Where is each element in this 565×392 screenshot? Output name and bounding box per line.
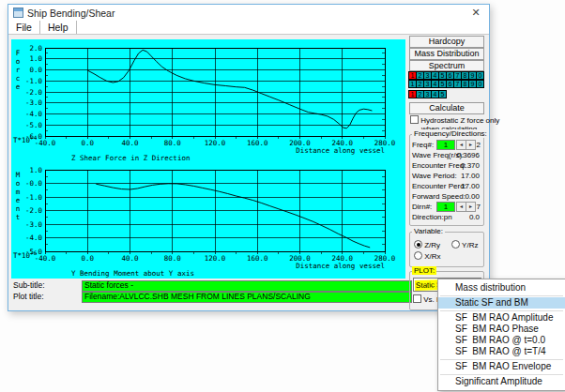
plot-title-field[interactable]: Filename:ALVLCC.SHB MESH FROM LINES PLAN… <box>82 292 412 303</box>
radio-x-rx[interactable]: X/Rx <box>414 251 441 261</box>
title-bar[interactable]: Ship Bending/Shear ✕ <box>8 5 489 21</box>
svg-text:40.0: 40.0 <box>121 139 139 147</box>
wave-period-row: Wave Period: 17.00 <box>412 172 481 181</box>
radio-z-ry-dot <box>414 240 422 249</box>
freq-number-label: Freq#: <box>412 141 434 149</box>
spectrum-row2-cell-10[interactable]: 0 <box>476 80 484 88</box>
spectrum-row-2: 1234567890 <box>409 80 484 88</box>
structure-cells: 12345 <box>409 90 447 98</box>
menu-separator <box>438 372 565 376</box>
svg-text:-3.0: -3.0 <box>25 98 43 107</box>
spectrum-row-1: 1234567890 <box>409 71 484 80</box>
svg-text:-1.0: -1.0 <box>25 77 43 85</box>
encounter-freq-value: 0.370 <box>461 161 480 170</box>
svg-text:o: o <box>16 179 21 188</box>
freq-number-row: Freq#: 1 ◄ ► 2 <box>412 141 481 150</box>
menu-item-significant-amplitude[interactable]: Significant Amplitude <box>438 376 565 387</box>
svg-text:-2.0: -2.0 <box>25 206 43 215</box>
svg-text:t: t <box>16 213 21 221</box>
plot-type-menu: Mass distributionStatic SF and BMSF BM R… <box>437 279 565 391</box>
svg-text:160.0: 160.0 <box>247 139 268 147</box>
svg-text:Z Shear Force in Z Direction: Z Shear Force in Z Direction <box>71 154 190 162</box>
svg-text:-2.0: -2.0 <box>25 88 43 97</box>
wave-freq-row: Wave Freq(r/s): 0.3696 <box>412 151 481 160</box>
hydrostatic-checkbox[interactable] <box>410 115 419 124</box>
svg-text:80.0: 80.0 <box>164 254 182 263</box>
plot-area: 2.01.00.0-1.0-2.0-3.0-4.0-5.0-6.0-40.00.… <box>11 39 405 279</box>
svg-text:0.0: 0.0 <box>29 66 42 74</box>
svg-text:2.0: 2.0 <box>29 44 42 53</box>
svg-text:c: c <box>16 74 21 83</box>
svg-text:-40.0: -40.0 <box>35 254 56 263</box>
menu-item-sf-bm-rao-envelope[interactable]: SF BM RAO Envelope <box>438 361 565 372</box>
menu-item-sf-bm-rao-t-t-4[interactable]: SF BM RAO @ t=T/4 <box>438 346 565 357</box>
menu-item-static-sf-and-bm[interactable]: Static SF and BM <box>438 297 565 309</box>
svg-text:-1.0: -1.0 <box>25 193 43 202</box>
radio-z-ry[interactable]: Z/Ry <box>414 240 440 249</box>
spectrum-row1-cell-10[interactable]: 0 <box>476 71 484 80</box>
window-title: Ship Bending/Shear <box>27 8 115 19</box>
variable-group: Variable: Z/Ry Y/Rz X/Rx <box>409 232 484 267</box>
radio-y-rz-dot <box>451 240 460 249</box>
radio-y-rz-label: Y/Rz <box>462 241 478 249</box>
svg-text:m: m <box>16 188 21 196</box>
wave-period-label: Wave Period: <box>412 172 457 180</box>
calculate-button[interactable]: Calculate <box>409 102 484 114</box>
hydrostatic-checkbox-row[interactable]: Hydrostatic Z force only <box>410 115 499 125</box>
direction-number-value: 1 <box>436 202 455 212</box>
direction-label: Direction:pn <box>412 213 452 221</box>
svg-text:o: o <box>16 57 21 66</box>
screen: Ship Bending/Shear ✕ File Help 2.01.00.0… <box>0 0 565 392</box>
svg-text:0.0: 0.0 <box>81 139 94 147</box>
menu-help[interactable]: Help <box>40 21 77 34</box>
hardcopy-button[interactable]: Hardcopy <box>409 36 484 48</box>
close-icon[interactable]: ✕ <box>463 7 489 19</box>
menu-item-sf-bm-rao-t-0-0[interactable]: SF BM RAO @ t=0.0 <box>438 335 565 346</box>
svg-text:e: e <box>16 83 21 91</box>
svg-text:80.0: 80.0 <box>164 139 182 147</box>
menu-separator <box>438 357 565 361</box>
encounter-freq-row: Encounter Freq: 0.370 <box>412 161 481 171</box>
subtitle-field[interactable]: Static forces - <box>82 280 412 292</box>
menu-item-sf-bm-rao-amplitude[interactable]: SF BM RAO Amplitude <box>438 312 565 324</box>
variable-group-title: Variable: <box>412 227 445 235</box>
structure-cell-5[interactable]: 5 <box>438 90 447 98</box>
menu-bar: File Help <box>8 21 489 35</box>
forward-speed-row: Forward Speed: 0.00 <box>412 192 481 202</box>
radio-y-rz[interactable]: Y/Rz <box>451 240 478 249</box>
svg-text:-0.0: -0.0 <box>25 179 43 188</box>
menu-item-mass-distribution[interactable]: Mass distribution <box>438 282 565 294</box>
subtitle-label: Sub-title: <box>13 280 45 290</box>
encounter-period-row: Encounter Perd: 17.00 <box>412 182 481 191</box>
spectrum-button[interactable]: Spectrum <box>409 60 484 71</box>
menu-item-sf-bm-rao-phase[interactable]: SF BM RAO Phase <box>438 324 565 335</box>
svg-text:-5.0: -5.0 <box>25 121 43 129</box>
wave-period-value: 17.00 <box>461 172 480 180</box>
svg-text:Distance along vessel: Distance along vessel <box>296 262 385 270</box>
radio-z-ry-label: Z/Ry <box>424 241 440 249</box>
subtitle-row: Sub-title: Static forces - <box>11 280 410 290</box>
mass-distribution-button[interactable]: Mass Distribution <box>409 48 484 60</box>
wave-freq-value: 0.3696 <box>457 151 480 159</box>
svg-text:-4.0: -4.0 <box>25 234 43 242</box>
forward-speed-label: Forward Speed: <box>412 192 466 201</box>
freq-count: 2 <box>477 141 481 149</box>
svg-text:r: r <box>16 66 21 74</box>
radio-x-rx-dot <box>414 251 422 260</box>
svg-text:M: M <box>16 171 21 179</box>
vs-frequency-checkbox[interactable] <box>413 294 421 303</box>
svg-text:-40.0: -40.0 <box>35 139 56 147</box>
menu-file[interactable]: File <box>8 21 40 34</box>
freq-next-button[interactable]: ► <box>466 140 476 150</box>
freq-number-value: 1 <box>436 140 455 150</box>
forward-speed-value: 0.00 <box>465 192 480 201</box>
right-panel: Hardcopy Mass Distribution Spectrum 1234… <box>409 35 484 309</box>
plots-canvas: 2.01.00.0-1.0-2.0-3.0-4.0-5.0-6.0-40.00.… <box>11 39 405 279</box>
svg-text:1.0: 1.0 <box>29 166 42 174</box>
direction-next-button[interactable]: ► <box>466 202 476 212</box>
frequency-group-title: Frequency/Directions: <box>412 129 489 138</box>
direction-number-label: Dirn#: <box>412 203 432 211</box>
encounter-period-value: 17.00 <box>461 182 480 190</box>
svg-text:-3.0: -3.0 <box>25 220 43 229</box>
svg-text:0.0: 0.0 <box>81 254 94 263</box>
